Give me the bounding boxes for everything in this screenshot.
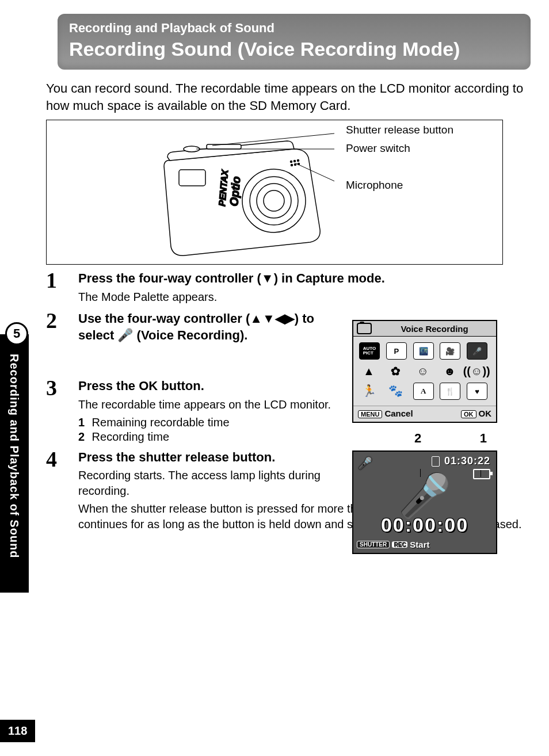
soft-icon: ((☺))	[467, 363, 486, 379]
rec-chip: REC	[392, 541, 407, 548]
sublist-text: Remaining recordable time	[92, 416, 230, 429]
svg-rect-12	[179, 170, 205, 186]
step-number: 1	[46, 270, 66, 290]
mic-icon: 🎤	[358, 456, 372, 470]
portrait-icon: ☺	[413, 363, 433, 379]
svg-point-9	[291, 165, 293, 166]
svg-point-7	[294, 161, 296, 162]
sublist-num: 2	[78, 430, 89, 444]
palette-cancel: MENUCancel	[358, 408, 413, 418]
cancel-label: Cancel	[384, 408, 413, 418]
food-icon: 🍴	[440, 383, 460, 400]
section-label: Recording and Playback of Sound	[69, 21, 519, 36]
voice-rec-icon: 🎤	[467, 342, 487, 360]
movie-icon: 🎥	[440, 342, 460, 360]
shutter-chip: SHUTTER	[357, 541, 390, 548]
step-number: 4	[46, 449, 66, 469]
start-label: Start	[410, 540, 429, 549]
lcd-footer: SHUTTER REC Start	[357, 540, 430, 549]
step-desc: The Mode Palette appears.	[78, 289, 526, 305]
callout-power: Power switch	[346, 142, 410, 155]
chapter-header: Recording and Playback of Sound Recordin…	[58, 14, 531, 70]
page-number: 118	[0, 720, 35, 742]
step-1: 1 Press the four-way controller (▼) in C…	[46, 270, 526, 305]
sublist-num: 1	[78, 416, 89, 429]
text-icon: A	[413, 383, 434, 400]
battery-icon	[473, 469, 490, 479]
recording-time: 00:00:00	[353, 514, 496, 536]
auto-pict-icon: AUTOPICT	[359, 342, 380, 360]
camera-diagram: PENTAX Optio Shutter release button Powe…	[46, 120, 503, 265]
mode-palette-screen: Voice Recording AUTOPICTP🌃🎥🎤▲✿☺☻((☺))🏃🐾A…	[352, 320, 497, 423]
remaining-time: 01:30:22	[444, 455, 490, 467]
step-number: 3	[46, 378, 66, 398]
page-title: Recording Sound (Voice Recording Mode)	[69, 38, 519, 60]
palette-ok: OKOK	[461, 408, 491, 418]
card-icon	[432, 456, 440, 467]
menu-chip: MENU	[358, 410, 382, 418]
step-title: Press the four-way controller (▼) in Cap…	[78, 270, 526, 287]
svg-text:Optio: Optio	[227, 176, 242, 207]
callout-shutter: Shutter release button	[346, 124, 453, 136]
ok-label: OK	[479, 408, 492, 418]
surf-snow-icon: ☻	[440, 363, 459, 379]
step-title: Press the OK button.	[78, 378, 353, 395]
side-chapter-tab: 5 Recording and Playback of Sound	[0, 322, 33, 593]
sublist-text: Recording time	[92, 430, 170, 443]
night-scene-icon: 🌃	[413, 342, 434, 360]
program-icon: P	[386, 342, 407, 360]
palette-title: Voice Recording	[376, 324, 493, 334]
flower-icon: ✿	[386, 363, 406, 379]
pet-icon: 🐾	[386, 383, 406, 399]
callout-label-1: 1	[480, 431, 487, 446]
step-desc: The recordable time appears on the LCD m…	[78, 397, 353, 413]
lcd-previews: Voice Recording AUTOPICTP🌃🎥🎤▲✿☺☻((☺))🏃🐾A…	[352, 320, 497, 554]
svg-point-8	[298, 160, 299, 162]
svg-point-3	[264, 190, 284, 211]
sport-icon: 🏃	[359, 383, 379, 399]
frame-icon: ♥	[467, 383, 487, 400]
lcd-callout-labels: 2 1	[352, 431, 497, 450]
ok-chip: OK	[461, 410, 476, 418]
chapter-number-badge: 5	[5, 322, 28, 345]
svg-point-6	[291, 161, 292, 163]
recording-lcd-screen: 🎤 01:30:22 🎤 00:00:00 SHUTTER REC Start	[352, 450, 497, 554]
callout-label-2: 2	[414, 431, 421, 446]
step-number: 2	[46, 311, 66, 330]
step-sublist: 1 Remaining recordable time 2 Recording …	[78, 416, 353, 444]
chapter-side-label: Recording and Playback of Sound	[7, 354, 21, 559]
svg-rect-5	[207, 144, 241, 149]
svg-point-10	[295, 164, 296, 166]
intro-text: You can record sound. The recordable tim…	[46, 80, 526, 114]
big-mic-icon: 🎤	[399, 475, 451, 516]
landscape-icon: ▲	[359, 363, 379, 379]
camera-illustration: PENTAX Optio	[150, 132, 334, 258]
step-title: Use the four-way controller (▲▼◀▶) to se…	[78, 311, 353, 343]
callout-mic: Microphone	[346, 179, 403, 192]
camera-icon	[357, 323, 372, 334]
